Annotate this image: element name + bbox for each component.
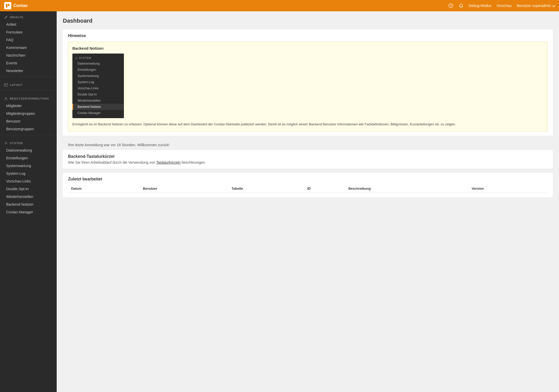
recent-table: Datum Benutzer Tabelle ID Beschreibung V… [68,185,548,193]
nm-item-double-opt-in[interactable]: Double Opt-In [72,91,124,98]
col-id: ID [304,185,345,193]
sidebar-item-wiederherstellen[interactable]: Wiederherstellen [0,193,57,201]
preview-link[interactable]: Vorschau [497,4,512,8]
sidebar-section-layout: LAYOUT [0,79,57,88]
keyboard-description: Wie Sie Ihren Arbeitsablauf durch die Ve… [68,160,548,164]
user-icon [4,97,8,100]
page-title: Dashboard [63,18,553,24]
keyboard-card: Backend-Tastaturkürzel Wie Sie Ihren Arb… [63,150,553,169]
gear-icon [4,141,8,145]
sidebar-item-system-log[interactable]: System-Log [0,170,57,177]
nm-item-systemwartung[interactable]: Systemwartung [72,73,124,79]
sidebar-item-nachrichten[interactable]: Nachrichten [0,51,57,59]
svg-point-7 [76,58,77,59]
sidebar-item-benutzergruppen[interactable]: Benutzergruppen [0,125,57,133]
svg-point-6 [5,143,7,144]
svg-rect-1 [8,4,10,6]
col-beschreibung: Beschreibung [345,185,469,193]
bell-icon[interactable] [459,3,464,8]
topnav-actions: ? Debug-Modus Vorschau Benutzer superadm… [448,3,555,8]
notizen-menu-preview: SYSTEM Dateiverwaltung Einstellungen Sys… [72,54,124,118]
app-name: Contao [13,3,28,8]
nm-item-backend-notizen[interactable]: Backend Notizen [72,104,124,110]
sidebar-item-vorschau-links[interactable]: Vorschau-Links [0,177,57,185]
chevron-down-icon [552,4,555,7]
sidebar-item-systemwartung[interactable]: Systemwartung [0,162,57,170]
svg-text:?: ? [450,4,452,7]
svg-point-5 [5,97,7,99]
notizen-description: Ermöglicht es im Backend Notizen zu erfa… [72,122,543,127]
notizen-box: Backend Notizen SYSTEM Dateiverwaltung E… [68,42,548,132]
user-menu[interactable]: Benutzer superadmin [517,4,555,8]
svg-rect-0 [6,4,7,7]
sidebar: INHALTE Artikel Formulare FAQ Kommentare… [0,11,57,392]
recent-card: Zuletzt bearbeitet Datum Benutzer Tabell… [63,173,553,197]
nm-section-head: SYSTEM [72,56,124,60]
hinweise-card: Hinweise Backend Notizen SYSTEM Dateiver… [63,29,553,136]
sidebar-item-mitgliedergruppen[interactable]: Mitgliedergruppen [0,110,57,117]
keyboard-title: Backend-Tastaturkürzel [68,154,548,159]
sidebar-item-dateiverwaltung[interactable]: Dateiverwaltung [0,146,57,154]
sidebar-item-mitglieder[interactable]: Mitglieder [0,102,57,110]
nm-item-dateiverwaltung[interactable]: Dateiverwaltung [72,60,124,67]
sidebar-item-kommentare[interactable]: Kommentare [0,44,57,51]
sidebar-divider-1 [0,77,57,77]
main-content: Dashboard Hinweise Backend Notizen SYSTE… [57,11,559,392]
app-logo[interactable]: Contao [4,2,28,9]
notizen-inner-title: Backend Notizen [72,46,543,50]
help-icon[interactable]: ? [448,3,453,8]
sidebar-item-benutzer[interactable]: Benutzer [0,117,57,125]
sidebar-divider-2 [0,90,57,91]
sidebar-section-benutzer: BENUTZERVERWALTUNG [0,93,57,102]
nm-item-wiederherstellen[interactable]: Wiederherstellen [72,98,124,104]
col-tabelle: Tabelle [228,185,304,193]
svg-rect-4 [4,83,7,86]
logo-icon [4,2,11,9]
nm-item-system-log[interactable]: System-Log [72,79,124,85]
layout-icon [4,83,8,87]
col-benutzer: Benutzer [140,185,228,193]
sidebar-item-faq[interactable]: FAQ [0,36,57,44]
nm-gear-icon [75,57,78,59]
sidebar-item-newsletter[interactable]: Newsletter [0,67,57,75]
tastaturkuerzel-link[interactable]: Tastaturkürzeln [156,160,181,164]
sidebar-item-backend-notizen[interactable]: Backend Notizen [0,201,57,208]
sidebar-item-einstellungen[interactable]: Einstellungen [0,154,57,162]
col-version: Version [469,185,548,193]
col-datum: Datum [68,185,140,193]
sidebar-divider-3 [0,135,57,135]
sidebar-item-contao-manager[interactable]: Contao Manager [0,208,57,216]
debug-mode-link[interactable]: Debug-Modus [469,4,492,8]
nm-item-einstellungen[interactable]: Einstellungen [72,67,124,73]
edit-icon [4,15,8,19]
top-navigation: Contao ? Debug-Modus Vorschau Benutzer s… [0,0,559,11]
user-label: Benutzer superadmin [517,4,551,8]
recent-title: Zuletzt bearbeitet [68,177,548,181]
last-login-text: Ihre letzte Anmeldung war vor 18 Stunden… [63,140,553,150]
sidebar-item-double-opt-in[interactable]: Double Opt-In [0,185,57,193]
sidebar-section-inhalte: INHALTE [0,11,57,21]
nm-item-vorschau-links[interactable]: Vorschau-Links [72,85,124,91]
sidebar-item-events[interactable]: Events [0,59,57,67]
sidebar-item-artikel[interactable]: Artikel [0,21,57,28]
sidebar-section-system: SYSTEM [0,137,57,146]
sidebar-item-formulare[interactable]: Formulare [0,28,57,36]
hinweise-title: Hinweise [68,33,548,38]
nm-item-contao-manager[interactable]: Contao Manager [72,110,124,116]
